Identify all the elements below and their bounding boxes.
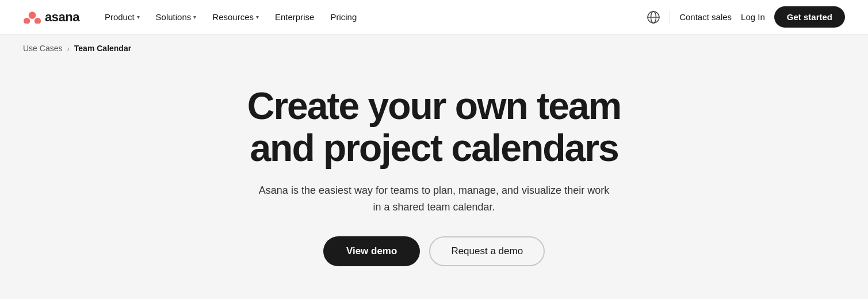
breadcrumb-parent-link[interactable]: Use Cases — [23, 44, 62, 53]
nav-product-label: Product — [105, 12, 135, 22]
hero-title-line1: Create your own team — [247, 85, 621, 127]
hero-title: Create your own team and project calenda… — [247, 85, 621, 168]
nav-item-enterprise[interactable]: Enterprise — [268, 7, 321, 26]
globe-icon[interactable] — [647, 10, 660, 24]
breadcrumb: Use Cases › Team Calendar — [0, 34, 868, 62]
chevron-down-icon: ▾ — [137, 14, 140, 20]
nav-item-solutions[interactable]: Solutions ▾ — [149, 7, 204, 26]
request-demo-button[interactable]: Request a demo — [429, 236, 545, 266]
nav-item-pricing[interactable]: Pricing — [323, 7, 364, 26]
login-link[interactable]: Log In — [741, 12, 765, 22]
contact-sales-link[interactable]: Contact sales — [679, 12, 732, 22]
get-started-button[interactable]: Get started — [774, 6, 845, 28]
nav-links: Product ▾ Solutions ▾ Resources ▾ Enterp… — [98, 7, 647, 26]
logo-link[interactable]: asana — [23, 10, 79, 25]
view-demo-button[interactable]: View demo — [323, 236, 420, 266]
logo-text: asana — [45, 10, 79, 25]
svg-point-2 — [35, 17, 41, 23]
nav-item-product[interactable]: Product ▾ — [98, 7, 147, 26]
navbar-right: Contact sales Log In Get started — [647, 6, 845, 28]
nav-solutions-label: Solutions — [156, 12, 192, 22]
svg-point-0 — [29, 12, 36, 19]
breadcrumb-current-page: Team Calendar — [74, 44, 131, 53]
nav-resources-label: Resources — [212, 12, 254, 22]
nav-enterprise-label: Enterprise — [275, 12, 314, 22]
breadcrumb-separator: › — [67, 44, 69, 53]
nav-divider — [670, 10, 670, 24]
chevron-down-icon: ▾ — [193, 14, 196, 20]
asana-logo-icon — [23, 11, 41, 24]
nav-pricing-label: Pricing — [330, 12, 357, 22]
hero-title-line2: and project calendars — [250, 126, 618, 169]
hero-cta-buttons: View demo Request a demo — [323, 236, 545, 266]
navbar: asana Product ▾ Solutions ▾ Resources ▾ … — [0, 0, 868, 34]
nav-item-resources[interactable]: Resources ▾ — [205, 7, 266, 26]
chevron-down-icon: ▾ — [256, 14, 259, 20]
svg-point-1 — [24, 17, 30, 23]
hero-section: Create your own team and project calenda… — [0, 62, 868, 299]
hero-subtitle: Asana is the easiest way for teams to pl… — [256, 182, 613, 216]
